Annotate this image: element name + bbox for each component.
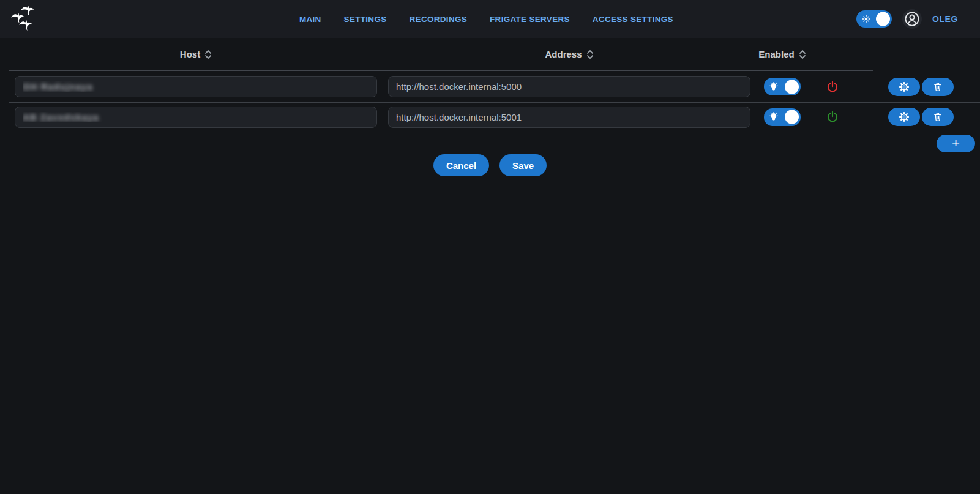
theme-toggle-knob <box>876 12 890 26</box>
theme-toggle[interactable] <box>856 10 892 28</box>
nav-link-access-settings[interactable]: ACCESS SETTINGS <box>593 15 673 24</box>
sort-icon <box>586 50 594 59</box>
power-status-icon <box>826 81 839 93</box>
add-server-button[interactable]: + <box>937 135 975 152</box>
column-header-enabled[interactable]: Enabled <box>750 49 814 59</box>
person-circle-icon <box>905 12 919 26</box>
address-input[interactable] <box>388 76 750 97</box>
trash-icon <box>933 82 943 92</box>
enabled-toggle[interactable] <box>764 78 801 95</box>
gear-icon <box>899 82 909 92</box>
sort-icon <box>204 50 212 59</box>
column-header-address[interactable]: Address <box>388 49 750 59</box>
server-delete-button[interactable] <box>922 78 954 96</box>
sort-icon <box>799 50 806 59</box>
host-header-label: Host <box>180 49 200 59</box>
enabled-toggle[interactable] <box>764 108 801 126</box>
table-header-row: Host Address Enabled <box>0 38 980 70</box>
address-input[interactable] <box>388 107 750 128</box>
top-navbar: MAIN SETTINGS RECORDINGS FRIGATE SERVERS… <box>0 0 980 38</box>
host-input[interactable] <box>15 107 377 128</box>
trash-icon <box>933 112 943 122</box>
main-nav: MAIN SETTINGS RECORDINGS FRIGATE SERVERS… <box>299 0 673 38</box>
address-header-label: Address <box>545 49 582 59</box>
server-row <box>0 71 980 102</box>
add-row-container: + <box>0 135 980 152</box>
app-logo[interactable] <box>11 5 37 33</box>
power-status-icon <box>826 111 839 123</box>
enabled-toggle-knob <box>785 110 799 124</box>
server-delete-button[interactable] <box>922 108 954 126</box>
lightbulb-icon <box>769 82 779 92</box>
column-header-host[interactable]: Host <box>15 49 377 59</box>
cancel-button[interactable]: Cancel <box>433 154 489 176</box>
enabled-toggle-knob <box>785 80 799 94</box>
servers-table: Host Address Enabled <box>0 38 980 176</box>
host-input[interactable] <box>15 76 377 97</box>
frigate-birds-logo-icon <box>11 5 37 33</box>
user-menu-button[interactable] <box>902 9 922 29</box>
server-settings-button[interactable] <box>888 108 920 126</box>
save-button[interactable]: Save <box>499 154 547 176</box>
form-actions: Cancel Save <box>0 154 980 176</box>
enabled-header-label: Enabled <box>758 49 794 59</box>
server-row <box>0 103 980 131</box>
gear-icon <box>899 112 909 122</box>
username-label: OLEG <box>932 14 958 24</box>
nav-link-main[interactable]: MAIN <box>299 15 321 24</box>
lightbulb-icon <box>769 112 779 122</box>
nav-link-frigate-servers[interactable]: FRIGATE SERVERS <box>490 15 570 24</box>
sun-icon <box>861 14 871 24</box>
server-settings-button[interactable] <box>888 78 920 96</box>
nav-link-recordings[interactable]: RECORDINGS <box>410 15 468 24</box>
navbar-right-group: OLEG <box>856 9 958 29</box>
nav-link-settings[interactable]: SETTINGS <box>344 15 387 24</box>
